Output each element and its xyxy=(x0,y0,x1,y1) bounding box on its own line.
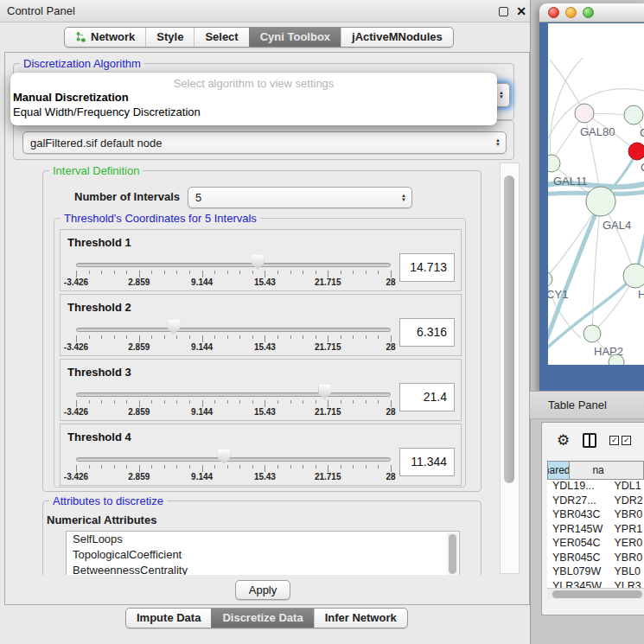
tab-jactivemnodules[interactable]: jActiveMNodules xyxy=(341,28,453,47)
table-row[interactable]: YER054CYER0 xyxy=(547,537,644,552)
control-panel: Control Panel ✕ NetworkStyleSelectCyni T… xyxy=(0,0,533,644)
cell-shared-name: YDL19... xyxy=(547,480,607,494)
attribute-list-item[interactable]: BetweennessCentrality xyxy=(67,563,459,575)
slider-track[interactable] xyxy=(76,263,391,267)
cell-shared-name: YER054C xyxy=(547,537,607,552)
minimize-traffic-light-icon[interactable] xyxy=(565,7,577,18)
network-node[interactable] xyxy=(623,264,644,288)
popup-item[interactable]: Equal Width/Frequency Discretization xyxy=(10,105,497,120)
table-panel-title: Table Panel xyxy=(548,399,607,411)
tab-label: Cyni Toolbox xyxy=(260,30,330,43)
threshold-box: Threshold 3-3.4262.8599.14415.4321.71528… xyxy=(60,359,462,421)
network-graph: GAL80GACGAL11GAL4GCY1HHAP2 xyxy=(548,23,644,365)
network-node-label: GAL80 xyxy=(580,125,615,138)
cell-name: YPR1 xyxy=(607,523,644,538)
table-row[interactable]: YLR345WYLR3 xyxy=(547,580,644,589)
threshold-value-field[interactable]: 14.713 xyxy=(399,253,455,282)
group-title-attributes: Attributes to discretize xyxy=(49,494,167,507)
slider-thumb[interactable] xyxy=(252,255,265,270)
interval-definition-group: Interval Definition Number of Intervals … xyxy=(42,170,481,492)
network-window-titlebar xyxy=(539,3,644,22)
cell-name: YBL0 xyxy=(607,565,644,580)
slider-track[interactable] xyxy=(76,392,391,397)
slider-track[interactable] xyxy=(76,328,391,332)
zoom-traffic-light-icon[interactable] xyxy=(583,7,594,18)
threshold-box: Threshold 1-3.4262.8599.14415.4321.71528… xyxy=(60,229,462,291)
table-row[interactable]: YBL079WYBL0 xyxy=(547,565,644,580)
network-node-label: GA xyxy=(640,126,644,139)
cell-name: YBR0 xyxy=(607,508,644,523)
control-panel-titlebar: Control Panel ✕ xyxy=(0,0,533,22)
threshold-value-field[interactable]: 6.316 xyxy=(399,318,455,347)
network-node[interactable] xyxy=(624,105,643,124)
numerical-attributes-list[interactable]: SelfLoopsTopologicalCoefficientBetweenne… xyxy=(66,531,460,575)
popup-hint: Select algorithm to view settings xyxy=(10,75,497,91)
table-data-group: Table Data galFiltered.sif default node … xyxy=(13,120,514,160)
threshold-label: Threshold 4 xyxy=(67,430,131,443)
tab-label: Network xyxy=(91,30,135,43)
tab-network[interactable]: Network xyxy=(65,28,145,47)
network-node[interactable] xyxy=(575,104,594,123)
slider-tick-labels: -3.4262.8599.14415.4321.71528 xyxy=(76,472,391,482)
num-intervals-label: Number of Intervals xyxy=(74,190,180,203)
table-row[interactable]: YBR043CYBR0 xyxy=(547,508,644,523)
threshold-label: Threshold 1 xyxy=(67,236,131,249)
checkbox-icon[interactable]: ✓ xyxy=(609,436,619,445)
network-node-label: GAL4 xyxy=(603,219,631,232)
table-row[interactable]: YBR045CYBR0 xyxy=(547,552,644,566)
threshold-value-field[interactable]: 21.4 xyxy=(399,383,455,411)
slider-thumb[interactable] xyxy=(318,385,331,399)
close-icon[interactable]: ✕ xyxy=(516,5,526,17)
group-title-interval: Interval Definition xyxy=(49,164,143,177)
checkbox-icon[interactable]: ✓ xyxy=(622,436,631,445)
network-node[interactable] xyxy=(548,271,552,287)
table-row[interactable]: YDL19...YDL1 xyxy=(547,480,644,494)
network-canvas[interactable]: GAL80GACGAL11GAL4GCY1HHAP2 xyxy=(548,23,644,365)
attribute-list-item[interactable]: TopologicalCoefficient xyxy=(67,547,459,563)
column-header-shared-name[interactable]: shared... xyxy=(547,461,570,480)
table-header-row: shared... na xyxy=(547,461,644,480)
tab-cyni-toolbox[interactable]: Cyni Toolbox xyxy=(249,28,341,47)
popup-item[interactable]: Manual Discretization xyxy=(10,91,497,105)
tab-infer-network[interactable]: Infer Network xyxy=(314,609,407,628)
gear-icon[interactable]: ⚙ xyxy=(557,433,570,448)
table-row[interactable]: YDR27...YDR2 xyxy=(547,494,644,509)
threshold-value-field[interactable]: 11.344 xyxy=(399,448,455,476)
table-data-combo[interactable]: galFiltered.sif default node ▲▼ xyxy=(22,131,507,154)
algorithm-dropdown-popup: Select algorithm to view settings Manual… xyxy=(10,73,497,125)
cell-name: YDL1 xyxy=(607,480,644,494)
apply-button[interactable]: Apply xyxy=(235,580,290,600)
cell-shared-name: YDR27... xyxy=(547,494,607,509)
cell-name: YDR2 xyxy=(607,494,644,509)
float-window-icon[interactable] xyxy=(499,7,508,16)
num-intervals-combo[interactable]: 5 ▲▼ xyxy=(188,187,412,208)
list-scrollbar[interactable] xyxy=(447,532,458,575)
attribute-list-item[interactable]: SelfLoops xyxy=(67,532,459,547)
panel-scrollbar[interactable] xyxy=(500,163,520,574)
slider-tick-labels: -3.4262.8599.14415.4321.71528 xyxy=(76,342,391,353)
network-node[interactable] xyxy=(583,325,601,342)
thresholds-group: Threshold's Coordinates for 5 Intervals … xyxy=(54,218,466,488)
top-tab-bar: NetworkStyleSelectCyni ToolboxjActiveMNo… xyxy=(64,27,454,48)
slider-thumb[interactable] xyxy=(218,450,231,464)
slider-thumb[interactable] xyxy=(167,320,180,335)
threshold-label: Threshold 3 xyxy=(67,366,131,379)
cell-shared-name: YLR345W xyxy=(547,580,607,589)
tab-impute-data[interactable]: Impute Data xyxy=(126,609,211,628)
network-node[interactable] xyxy=(586,187,615,216)
tab-select[interactable]: Select xyxy=(194,28,248,47)
column-header-name[interactable]: na xyxy=(570,461,644,480)
threshold-box: Threshold 4-3.4262.8599.14415.4321.71528… xyxy=(60,424,462,486)
slider-track[interactable] xyxy=(76,457,391,462)
cell-shared-name: YBR045C xyxy=(547,552,607,566)
tab-discretize-data[interactable]: Discretize Data xyxy=(211,609,313,628)
network-node[interactable] xyxy=(628,143,644,160)
split-columns-icon[interactable] xyxy=(583,433,596,448)
tab-label: Impute Data xyxy=(137,611,201,624)
combo-stepper-icon: ▲▼ xyxy=(495,138,501,147)
tab-style[interactable]: Style xyxy=(145,28,194,47)
table-row[interactable]: YPR145WYPR1 xyxy=(547,523,644,538)
threshold-label: Threshold 2 xyxy=(67,301,131,314)
table-horizontal-scrollbar[interactable] xyxy=(547,588,644,599)
close-traffic-light-icon[interactable] xyxy=(548,7,559,18)
